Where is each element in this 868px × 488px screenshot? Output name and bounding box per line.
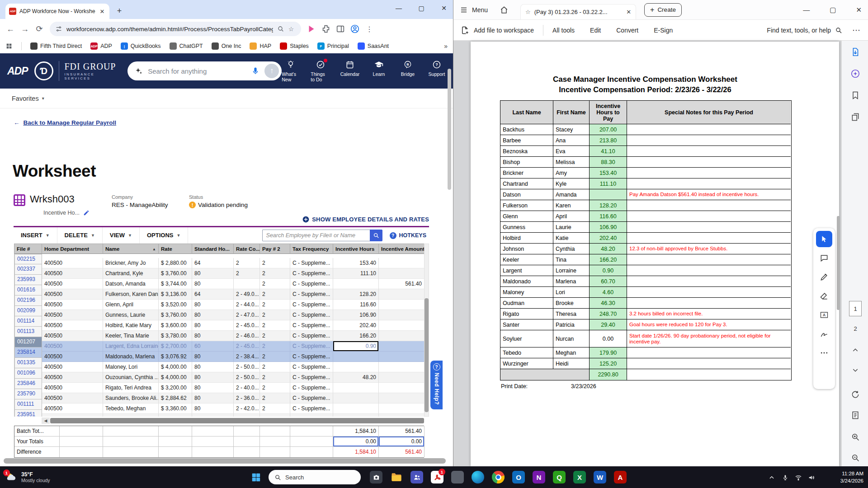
cell-incentive-amount[interactable] [379,362,424,372]
hotkeys-button[interactable]: ? HOTKEYS [390,232,426,239]
bookmarks-icon[interactable] [849,89,861,101]
cell-standard-hours[interactable]: 80 [192,310,234,320]
acrobat-document-tab[interactable]: ☆ (Pay 3) 01.23.26 - 03.22.2... ✕ [520,4,636,19]
table-row[interactable]: 400500Brickner, Amy Jo$ 2,880.006422C - … [42,258,424,268]
photos-icon[interactable] [367,468,385,486]
cell-dept[interactable]: 400500 [42,289,103,300]
cell-name[interactable]: Tebedo, Meghan [103,404,159,414]
cell-pay-2[interactable]: 2 [260,341,290,352]
show-employee-details-link[interactable]: SHOW EMPLOYEE DETAILS AND RATES [302,216,429,223]
file-number-link[interactable]: 002215 [14,254,42,264]
cell-rate-code[interactable]: 2 - 36.0... [234,393,260,404]
cell-rate[interactable]: $ 3,600.00 [159,320,192,331]
cell-standard-hours[interactable]: 80 [192,362,234,372]
ai-assistant-icon[interactable] [849,68,861,80]
tray-wifi-icon[interactable] [794,474,802,482]
cell-rate[interactable]: $ 3,136.00 [159,289,192,300]
file-number-link[interactable]: 235814 [14,347,42,358]
e-sign-menu[interactable]: E-Sign [654,27,673,34]
cell-incentive-amount[interactable] [379,289,424,300]
table-row[interactable]: 400500Datson, Amanda$ 3,744.00802C - Sup… [42,279,424,289]
cell-rate-code[interactable]: 2 - 40.0... [234,383,260,393]
adp-global-search[interactable]: Search for anything ↑ [127,61,282,80]
refresh-icon[interactable] [849,389,861,400]
bookmarks-overflow-chevron[interactable]: » [444,42,448,50]
file-number-link[interactable]: 001207 [14,337,42,347]
cell-incentive-hours[interactable]: 128.20 [333,289,379,300]
cell-dept[interactable]: 400500 [42,352,103,362]
tray-volume-icon[interactable] [807,474,816,482]
cell-tax-frequency[interactable]: C - Suppleme... [290,279,333,289]
cell-incentive-amount[interactable] [379,331,424,341]
table-row[interactable]: 400500Fulkerson, Karen Danz$ 3,136.00642… [42,289,424,300]
document-vertical-scrollbar[interactable] [837,216,840,310]
grid-horizontal-scrollbar-thumb[interactable] [50,418,424,423]
page-indicator-1[interactable]: 1 [849,301,862,316]
totals-cell[interactable]: 561.40 [379,426,425,436]
cell-tax-frequency[interactable]: C - Suppleme... [290,383,333,393]
cell-rate-code[interactable]: 2 - 41.0... [234,414,260,417]
cell-incentive-hours[interactable] [333,414,379,417]
cell-standard-hours[interactable]: 80 [192,383,234,393]
cell-tax-frequency[interactable]: C - Suppleme... [290,372,333,383]
cell-tax-frequency[interactable]: C - Suppleme... [290,320,333,331]
nav-item-calendar[interactable]: Calendar [341,60,359,82]
cell-rate[interactable]: $ 3,080.00 [159,414,192,417]
cell-name[interactable]: Gunness, Laurie [103,310,159,320]
cell-pay-2[interactable]: 2 [260,393,290,404]
teams-icon[interactable] [408,468,426,486]
cell-pay-2[interactable]: 2 [260,414,290,417]
convert-menu[interactable]: Convert [616,27,638,34]
cell-incentive-hours[interactable] [333,383,379,393]
cell-standard-hours[interactable]: 64 [192,258,234,268]
acrobat-minimize-button[interactable]: — [803,6,810,14]
grid-vertical-scrollbar-thumb[interactable] [425,298,429,412]
file-number-link[interactable]: 235993 [14,275,42,285]
file-number-link[interactable]: 235790 [14,389,42,399]
cell-pay-2[interactable]: 2 [260,258,290,268]
scroll-left-arrow[interactable]: ◀ [42,418,50,424]
cell-tax-frequency[interactable]: C - Suppleme... [290,393,333,404]
table-row[interactable]: 400500Tebedo, Meghan$ 3,360.00802 - 42.0… [42,404,424,414]
cell-pay-2[interactable]: 2 [260,289,290,300]
cell-name[interactable]: Chartrand, Kyle [103,268,159,279]
cell-pay-2[interactable]: 2 [260,320,290,331]
collapse-down-icon[interactable] [849,364,861,376]
cell-dept[interactable]: 400500 [42,414,103,417]
cell-rate[interactable]: $ 3,744.00 [159,279,192,289]
file-number-link[interactable]: 235951 [14,410,42,417]
file-number-link[interactable]: 002337 [14,264,42,275]
add-file-to-workspace-button[interactable]: Add file to workspace [461,26,534,35]
outlook-icon[interactable]: O [509,468,528,486]
extension-pink-icon[interactable] [307,24,316,34]
cell-pay-2[interactable]: 2 [260,383,290,393]
cell-dept[interactable]: 400500 [42,383,103,393]
tab-close-icon[interactable]: ✕ [626,9,631,15]
bookmark-item[interactable]: ChatGPT [170,42,203,50]
favorites-dropdown[interactable]: Favorites [12,95,39,102]
cell-dept[interactable]: 400500 [42,393,103,404]
create-button[interactable]: + Create [644,3,682,17]
cell-incentive-amount[interactable] [379,341,424,352]
table-row[interactable]: 400500Glenn, April$ 3,520.00802 - 44.0..… [42,300,424,310]
cell-dept[interactable]: 400500 [42,310,103,320]
cell-tax-frequency[interactable]: C - Suppleme... [290,362,333,372]
cell-standard-hours[interactable]: 80 [192,393,234,404]
cell-name[interactable]: Keeler, Tina Marie [103,331,159,341]
cell-incentive-amount[interactable] [379,404,424,414]
zoom-in-icon[interactable] [849,431,861,443]
side-panel-icon[interactable] [335,24,345,34]
quickbooks-icon[interactable]: Q [550,468,568,486]
cell-incentive-amount[interactable] [379,414,424,417]
acrobat-close-button[interactable]: ✕ [856,6,862,14]
nav-item-bridge[interactable]: BBridge [399,60,417,82]
browser-tab-active[interactable]: ADP ADP Workforce Now - Worksheet ✕ [5,4,109,19]
edit-pencil-icon[interactable] [83,210,90,216]
column-header-pay-2[interactable]: Pay # 2 [260,244,290,254]
nav-item-learn[interactable]: Learn [370,60,388,82]
cell-pay-2[interactable]: 2 [260,268,290,279]
insert-button[interactable]: INSERT▼ [14,227,57,244]
weather-widget[interactable]: 1 35°F Mostly cloudy [5,471,50,483]
table-row[interactable]: 400500Largent, Edna Lorraine$ 2,700.0060… [42,341,424,352]
cell-tax-frequency[interactable]: C - Suppleme... [290,352,333,362]
